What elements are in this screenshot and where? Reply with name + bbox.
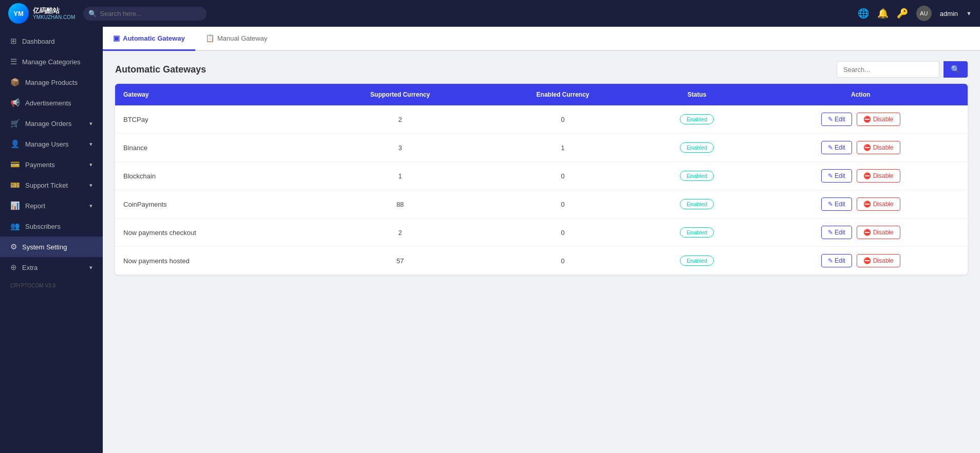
sidebar-label-report: Report (25, 202, 84, 210)
sidebar-item-manage-products[interactable]: 📦 Manage Products (0, 72, 103, 93)
layout: ⊞ Dashboard ☰ Manage Categories 📦 Manage… (0, 27, 980, 453)
sidebar-label-payments: Payments (25, 161, 84, 169)
sidebar-item-report[interactable]: 📊 Report ▾ (0, 195, 103, 216)
avatar: AU (916, 6, 932, 21)
disable-button-5[interactable]: ⛔ Disable (857, 254, 900, 267)
cell-action-4: ✎ Edit ⛔ Disable (753, 219, 968, 247)
cell-gateway-2: Blockchain (115, 162, 315, 190)
cell-gateway-0: BTCPay (115, 105, 315, 134)
admin-name: admin (940, 10, 958, 17)
table-body: BTCPay 2 0 Enabled ✎ Edit ⛔ Disable Bina… (115, 105, 968, 275)
gateways-table: GatewaySupported CurrencyEnabled Currenc… (115, 84, 968, 275)
sidebar-item-manage-users[interactable]: 👤 Manage Users ▾ (0, 134, 103, 154)
cell-enabled-2: 0 (485, 162, 640, 190)
cell-supported-0: 2 (315, 105, 486, 134)
admin-caret-icon[interactable]: ▼ (966, 10, 972, 16)
cell-enabled-1: 1 (485, 134, 640, 162)
sidebar-item-dashboard[interactable]: ⊞ Dashboard (0, 31, 103, 51)
cell-supported-1: 3 (315, 134, 486, 162)
sidebar-icon-payments: 💳 (10, 160, 20, 169)
cell-supported-4: 2 (315, 219, 486, 247)
sidebar-item-system-setting[interactable]: ⚙ System Setting (0, 237, 103, 257)
tab-label-manual-gateway: Manual Gateway (217, 34, 268, 42)
cell-supported-2: 1 (315, 162, 486, 190)
sidebar-caret-extra: ▾ (89, 264, 93, 271)
sidebar-item-advertisements[interactable]: 📢 Advertisements (0, 93, 103, 113)
globe-icon[interactable]: 🌐 (858, 8, 869, 19)
sidebar-item-payments[interactable]: 💳 Payments ▾ (0, 154, 103, 175)
page-title: Automatic Gateways (115, 64, 206, 75)
sidebar-icon-dashboard: ⊞ (10, 37, 17, 46)
cell-status-3: Enabled (640, 190, 753, 219)
logo-text-block: 亿码酷站 YMKUZHAN.COM (33, 7, 75, 21)
disable-button-3[interactable]: ⛔ Disable (857, 197, 900, 211)
cell-status-2: Enabled (640, 162, 753, 190)
col-action: Action (753, 84, 968, 105)
cell-action-2: ✎ Edit ⛔ Disable (753, 162, 968, 190)
sidebar-icon-support-ticket: 🎫 (10, 180, 20, 190)
sidebar-version: CRYPTOCOM V3.0 (0, 278, 103, 294)
status-badge-1: Enabled (680, 142, 714, 153)
brand-sub: YMKUZHAN.COM (33, 14, 75, 20)
page-header: Automatic Gateways 🔍 (103, 51, 980, 84)
cell-status-0: Enabled (640, 105, 753, 134)
status-badge-5: Enabled (680, 256, 714, 266)
table-search-input[interactable] (837, 61, 939, 78)
edit-button-5[interactable]: ✎ Edit (821, 254, 852, 267)
sidebar-item-manage-categories[interactable]: ☰ Manage Categories (0, 51, 103, 72)
sidebar-label-support-ticket: Support Ticket (25, 182, 84, 189)
disable-button-2[interactable]: ⛔ Disable (857, 169, 900, 183)
edit-button-3[interactable]: ✎ Edit (821, 197, 852, 211)
brand-name: 亿码酷站 (33, 7, 75, 15)
sidebar-item-subscribers[interactable]: 👥 Subscribers (0, 216, 103, 237)
tab-icon-manual-gateway: 📋 (206, 34, 214, 42)
table-row: BTCPay 2 0 Enabled ✎ Edit ⛔ Disable (115, 105, 968, 134)
disable-button-0[interactable]: ⛔ Disable (857, 113, 900, 126)
header-search: 🔍 (837, 61, 968, 78)
tab-label-automatic-gateway: Automatic Gateway (123, 34, 185, 42)
cell-action-3: ✎ Edit ⛔ Disable (753, 190, 968, 219)
sidebar-caret-payments: ▾ (89, 161, 93, 168)
sidebar-item-support-ticket[interactable]: 🎫 Support Ticket ▾ (0, 175, 103, 195)
table-head: GatewaySupported CurrencyEnabled Currenc… (115, 84, 968, 105)
status-badge-2: Enabled (680, 171, 714, 181)
table-header-row: GatewaySupported CurrencyEnabled Currenc… (115, 84, 968, 105)
sidebar-label-manage-orders: Manage Orders (25, 120, 84, 128)
cell-gateway-5: Now payments hosted (115, 247, 315, 275)
sidebar-caret-support-ticket: ▾ (89, 182, 93, 189)
edit-button-1[interactable]: ✎ Edit (821, 141, 852, 154)
edit-button-0[interactable]: ✎ Edit (821, 113, 852, 126)
sidebar-item-extra[interactable]: ⊕ Extra ▾ (0, 257, 103, 278)
bell-icon[interactable]: 🔔 (877, 8, 889, 19)
cell-status-5: Enabled (640, 247, 753, 275)
cell-supported-3: 88 (315, 190, 486, 219)
cell-gateway-3: CoinPayments (115, 190, 315, 219)
topnav-search-input[interactable] (83, 7, 207, 21)
table-row: Now payments checkout 2 0 Enabled ✎ Edit… (115, 219, 968, 247)
disable-button-4[interactable]: ⛔ Disable (857, 226, 900, 239)
logo-icon: YM (8, 3, 29, 24)
cell-gateway-4: Now payments checkout (115, 219, 315, 247)
cell-enabled-4: 0 (485, 219, 640, 247)
edit-button-4[interactable]: ✎ Edit (821, 226, 852, 239)
table-row: Binance 3 1 Enabled ✎ Edit ⛔ Disable (115, 134, 968, 162)
logo-area: YM 亿码酷站 YMKUZHAN.COM (8, 3, 75, 24)
cell-enabled-3: 0 (485, 190, 640, 219)
table-search-button[interactable]: 🔍 (944, 61, 968, 78)
search-icon-top: 🔍 (88, 10, 97, 17)
disable-button-1[interactable]: ⛔ Disable (857, 141, 900, 154)
topnav-right: 🌐 🔔 🔑 AU admin ▼ (858, 6, 972, 21)
logo-initials: YM (13, 10, 24, 17)
top-nav: YM 亿码酷站 YMKUZHAN.COM 🔍 🌐 🔔 🔑 AU admin ▼ (0, 0, 980, 27)
sidebar-item-manage-orders[interactable]: 🛒 Manage Orders ▾ (0, 113, 103, 134)
table-row: Blockchain 1 0 Enabled ✎ Edit ⛔ Disable (115, 162, 968, 190)
cell-supported-5: 57 (315, 247, 486, 275)
tab-manual-gateway[interactable]: 📋 Manual Gateway (195, 27, 278, 51)
key-icon[interactable]: 🔑 (897, 8, 908, 19)
edit-button-2[interactable]: ✎ Edit (821, 169, 852, 183)
tab-automatic-gateway[interactable]: ▣ Automatic Gateway (103, 27, 195, 51)
table-row: CoinPayments 88 0 Enabled ✎ Edit ⛔ Disab… (115, 190, 968, 219)
col-supported-currency: Supported Currency (315, 84, 486, 105)
topnav-left: YM 亿码酷站 YMKUZHAN.COM 🔍 (8, 3, 207, 24)
sidebar-label-system-setting: System Setting (22, 243, 93, 251)
